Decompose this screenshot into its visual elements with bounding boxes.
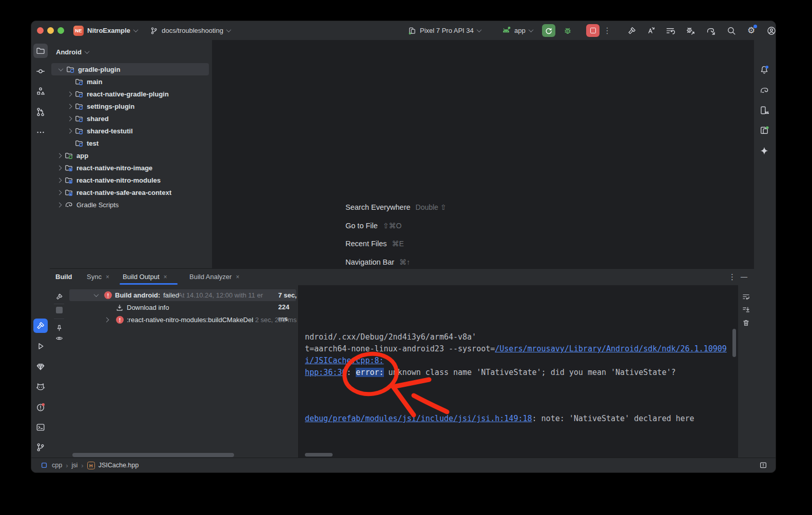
device-manager-icon (760, 106, 769, 115)
library-folder-icon (65, 176, 73, 184)
chevron-right-icon (104, 318, 109, 323)
tree-item-shared[interactable]: shared (50, 112, 212, 125)
running-devices-icon (760, 126, 769, 135)
project-name: NitroExample (87, 27, 130, 34)
panel-options-button[interactable]: ⋮ (728, 269, 736, 285)
view-options-button[interactable] (52, 331, 66, 345)
close-icon[interactable]: × (236, 273, 239, 281)
download-label: Download info (127, 302, 169, 313)
tree-item-shared-testutil[interactable]: shared-testutil (50, 125, 212, 137)
tool-notifications-button[interactable] (757, 63, 771, 77)
run-config-name: app (514, 27, 526, 34)
zoom-window-button[interactable] (57, 27, 64, 34)
module-folder-icon (75, 114, 83, 123)
build-project-button[interactable] (625, 24, 639, 37)
search-everywhere-button[interactable] (724, 24, 738, 37)
account-button[interactable] (764, 24, 776, 37)
tool-version-control-button[interactable] (33, 440, 48, 454)
commit-icon (36, 67, 45, 76)
tree-item-test[interactable]: test (50, 137, 212, 149)
vcs-branch-widget[interactable]: docs/troubleshooting (150, 21, 230, 40)
tool-logcat-button[interactable] (33, 380, 48, 394)
breadcrumb-jsi[interactable]: jsi (72, 462, 78, 469)
event-log-icon[interactable] (759, 461, 767, 469)
project-panel: Android gradle-plugin main react-native-… (50, 40, 212, 268)
stop-button[interactable] (586, 24, 600, 37)
breadcrumb-file[interactable]: JSICache.hpp (99, 462, 139, 469)
tree-item-gradle-scripts[interactable]: Gradle Scripts (50, 199, 212, 211)
build-stop-button[interactable] (52, 303, 66, 316)
settings-button[interactable]: ⚙ (744, 24, 758, 37)
tab-sync[interactable]: Sync × (87, 269, 109, 285)
build-tool-window: Build Sync × Build Output × Build Analyz… (50, 268, 754, 459)
scroll-to-end-button[interactable] (739, 303, 752, 316)
device-selector[interactable]: Pixel 7 Pro API 34 (408, 21, 481, 40)
tool-app-insights-button[interactable] (33, 360, 48, 374)
tool-problems-button[interactable] (33, 400, 48, 414)
tab-build-output[interactable]: Build Output × (123, 269, 167, 285)
close-icon[interactable]: × (106, 273, 109, 281)
project-view-selector[interactable]: Android (56, 45, 89, 58)
hammer-icon (627, 26, 636, 35)
chevron-down-icon (133, 27, 138, 32)
build-root-row[interactable]: ! Build android: failed At 14.10.24, 12:… (68, 289, 298, 301)
panel-hide-button[interactable]: — (741, 269, 747, 285)
project-widget[interactable]: NE NitroExample (73, 21, 138, 40)
vertical-scrollbar[interactable] (732, 329, 736, 357)
more-icon (36, 128, 45, 137)
build-restart-button[interactable] (52, 290, 66, 303)
tree-item-app[interactable]: app (50, 149, 212, 162)
tool-run-button[interactable] (33, 339, 48, 353)
minimize-window-button[interactable] (47, 27, 54, 34)
tool-gradle-button[interactable] (757, 83, 771, 97)
close-icon[interactable]: × (164, 273, 167, 281)
file-link[interactable]: debug/prefab/modules/jsi/include/jsi/jsi… (305, 414, 532, 423)
tool-commit-button[interactable] (33, 64, 48, 78)
tool-terminal-button[interactable] (33, 420, 48, 434)
active-tab-underline (120, 283, 178, 285)
tool-running-devices-button[interactable] (757, 123, 771, 137)
more-actions-button[interactable]: ⋮ (603, 21, 611, 40)
tree-item-react-native-safe-area-context[interactable]: react-native-safe-area-context (50, 186, 212, 199)
file-link[interactable]: /Users/mrousavy/Library/Android/sdk/ndk/… (495, 344, 727, 353)
bug-icon (563, 26, 572, 35)
close-window-button[interactable] (37, 27, 44, 34)
rerun-button[interactable] (542, 24, 555, 37)
build-download-row[interactable]: Download info (68, 302, 298, 313)
problems-icon (36, 403, 45, 412)
tool-more-button[interactable] (33, 125, 48, 140)
tool-project-button[interactable] (33, 44, 48, 58)
tree-item-gradle-plugin[interactable]: gradle-plugin (51, 63, 209, 75)
horizontal-scrollbar[interactable] (305, 453, 333, 457)
chevron-down-icon (528, 27, 533, 32)
tree-item-react-native-gradle-plugin[interactable]: react-native-gradle-plugin (50, 88, 212, 100)
stop-square-icon (56, 307, 63, 313)
titlebar: NE NitroExample docs/troubleshooting Pix… (31, 21, 776, 41)
module-folder-icon (66, 65, 74, 73)
debug-button[interactable] (561, 24, 574, 37)
tree-item-main[interactable]: main (50, 75, 212, 88)
soft-wrap-button[interactable] (739, 290, 752, 303)
apply-changes-button[interactable] (644, 24, 658, 37)
clear-all-button[interactable] (739, 316, 752, 329)
tool-device-manager-button[interactable] (757, 103, 771, 117)
file-link[interactable]: i/JSICache.cpp:8: (305, 356, 384, 365)
list-restart-button[interactable] (663, 24, 677, 37)
build-task-row[interactable]: ! :react-native-nitro-modules:buildCMake… (68, 314, 298, 326)
tool-ai-assistant-button[interactable] (757, 144, 771, 158)
attach-debugger-button[interactable] (683, 24, 697, 37)
horizontal-scrollbar[interactable] (72, 453, 234, 457)
shortcut-recent-files: Recent Files ⌘E (345, 237, 404, 249)
gradle-sync-button[interactable] (704, 24, 718, 37)
run-configuration-selector[interactable]: app (501, 21, 533, 40)
tool-build-button[interactable] (33, 319, 48, 333)
sparkle-icon (760, 146, 769, 155)
tree-item-react-native-nitro-modules[interactable]: react-native-nitro-modules (50, 174, 212, 186)
tool-structure-button[interactable] (33, 84, 48, 98)
tree-item-react-native-nitro-image[interactable]: react-native-nitro-image (50, 162, 212, 174)
file-link[interactable]: hpp:36:36 (305, 368, 346, 377)
tree-item-settings-plugin[interactable]: settings-plugin (50, 100, 212, 112)
breadcrumb-cpp[interactable]: cpp (52, 462, 62, 469)
tab-build-analyzer[interactable]: Build Analyzer × (189, 269, 239, 285)
tool-pull-requests-button[interactable] (33, 105, 48, 119)
